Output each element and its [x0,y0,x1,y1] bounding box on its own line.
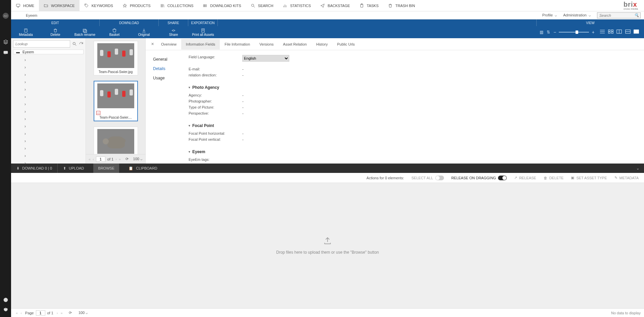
upload-dropzone[interactable]: Drop files here to upload them or use th… [11,183,644,308]
nav-search[interactable]: SEARCH [246,0,278,11]
pager-next-icon[interactable]: › [115,157,117,161]
slider-track[interactable] [559,32,589,33]
side-tab-usage[interactable]: Usage [153,76,186,80]
administration-menu[interactable]: Administration ⌵ [563,13,591,17]
action-batch-rename[interactable]: Batch rename [70,28,100,37]
dock-upload[interactable]: ⬆ UPLOAD [58,164,89,173]
tab-file-information[interactable]: File Information [220,39,255,50]
chevron-down-icon[interactable]: ▾ [189,150,190,153]
nav-products[interactable]: PRODUCTS [118,0,155,11]
nav-keywords[interactable]: KEYWORDS [80,0,118,11]
tree-expand-row[interactable]: › [11,123,86,130]
nav-trash-bin[interactable]: TRASH BIN [383,0,420,11]
plus-icon[interactable]: + [592,29,594,35]
close-icon[interactable]: ✕ [148,42,156,46]
nav-statistics[interactable]: STATISTICS [278,0,315,11]
chevron-down-icon[interactable]: ▾ [189,86,190,89]
action-share[interactable]: Share [159,28,188,37]
global-search[interactable]: 🔍 [597,12,641,18]
tab-versions[interactable]: Versions [255,39,278,50]
page-input[interactable] [36,310,45,316]
lookup-input[interactable] [13,40,70,48]
nav-collections[interactable]: COLLECTIONS [155,0,198,11]
action-basket[interactable]: Basket [100,28,129,37]
nav-backstage[interactable]: BACKSTAGE [315,0,354,11]
tree-expand-row[interactable]: › [11,86,86,93]
nav-home[interactable]: HOME [11,0,39,11]
tab-information-fields[interactable]: Information Fields [181,39,220,50]
pager-last-icon[interactable]: » [59,311,64,315]
side-tab-details[interactable]: Details [153,66,186,71]
tree-expand-row[interactable]: › [11,101,86,108]
tab-public-urls[interactable]: Public Urls [332,39,359,50]
tree-expand-row[interactable]: › [11,108,86,115]
folder-eyeem[interactable]: ▬ Eyeem [13,50,84,54]
tree-expand-row[interactable]: › [11,145,86,152]
tree-expand-row[interactable]: › [11,115,86,123]
search-icon[interactable] [72,42,77,46]
dock-download[interactable]: ⬇ DOWNLOAD 0 | 0 [11,164,58,173]
delete-button[interactable]: 🗑DELETE [544,176,564,180]
nav-workspace[interactable]: WORKSPACE [39,0,80,11]
tree-expand-row[interactable]: › [11,93,86,101]
pager-page-input[interactable] [96,156,105,162]
refresh-icon[interactable]: ⟳ [126,157,129,161]
columns-icon[interactable]: ▥ [540,30,543,35]
thumbnail-card[interactable]: Team-Pascal-Swier.jpg [94,41,138,75]
tree-expand-row[interactable]: › [11,64,86,71]
slider-knob[interactable] [576,30,578,34]
layout-split2-icon[interactable] [625,29,631,34]
set-asset-type-button[interactable]: ▣SET ASSET TYPE [571,176,607,180]
power-icon[interactable] [3,306,9,312]
layout-split1-icon[interactable] [616,29,622,34]
refresh-icon[interactable]: ⟳ [69,311,72,315]
help-icon[interactable] [3,297,9,303]
metadata-button[interactable]: ✎METADATA [614,176,639,180]
zoom-slider[interactable]: − + [553,29,594,35]
tree-expand-row[interactable]: › [11,56,86,64]
nav-download-kits[interactable]: DOWNLOAD KITS [198,0,246,11]
tree-expand-row[interactable]: › [11,137,86,145]
action-delete[interactable]: Delete [41,28,70,37]
pager-size[interactable]: 100 ⌵ [133,157,143,161]
thumbnail-card[interactable]: ▭ [94,127,138,154]
action-metadata[interactable]: Metadata [11,28,41,37]
pager-next-icon[interactable]: › [55,311,59,315]
chat-icon[interactable] [3,50,9,56]
pager-prev-icon[interactable]: ‹ [93,157,94,161]
field-language-select[interactable]: English [242,55,289,62]
release-on-drag-toggle[interactable]: RELEASE ON DRAGGING [451,176,507,180]
tree-expand-row[interactable]: › [11,71,86,78]
layout-list-icon[interactable] [599,29,605,34]
chevron-down-icon[interactable]: ▾ [189,124,190,127]
pager-prev-icon[interactable]: ‹ [19,311,23,315]
tree-expand-row[interactable]: › [11,130,86,137]
action-print-all-assets[interactable]: Print all Assets [188,28,218,37]
tab-history[interactable]: History [311,39,332,50]
pager-last-icon[interactable]: » [119,157,121,161]
profile-menu[interactable]: Profile ⌵ [542,13,557,17]
search-icon[interactable]: 🔍 [634,13,639,17]
tree-expand-row[interactable]: › [11,152,86,160]
search-input[interactable] [599,13,634,18]
page-size[interactable]: 100 ⌵ [79,311,88,315]
tab-asset-relation[interactable]: Asset Relation [278,39,311,50]
pager-first-icon[interactable]: « [14,311,19,315]
avatar[interactable]: AD [3,13,9,19]
dock-clipboard[interactable]: 📋 CLIPBOARD [123,164,163,173]
pager-first-icon[interactable]: « [89,157,91,161]
side-tab-general[interactable]: General [153,57,186,62]
layout-grid-icon[interactable] [608,29,614,34]
sort-icon[interactable]: ⇅ [547,30,550,35]
refresh-icon[interactable] [79,42,84,46]
chevron-down-icon[interactable]: ⌄ [636,166,644,171]
action-original[interactable]: Original [129,28,159,37]
nav-tasks[interactable]: TASKS [355,0,383,11]
layout-split3-icon[interactable] [633,29,639,34]
dock-browse-button[interactable]: BROWSE [93,164,119,173]
release-button[interactable]: ↗RELEASE [514,176,536,180]
layers-icon[interactable] [3,39,9,45]
minus-icon[interactable]: − [553,29,556,35]
tree-expand-row[interactable]: › [11,78,86,86]
thumbnail-card[interactable]: ▭Team-Pascal-Swier.... [94,81,138,121]
